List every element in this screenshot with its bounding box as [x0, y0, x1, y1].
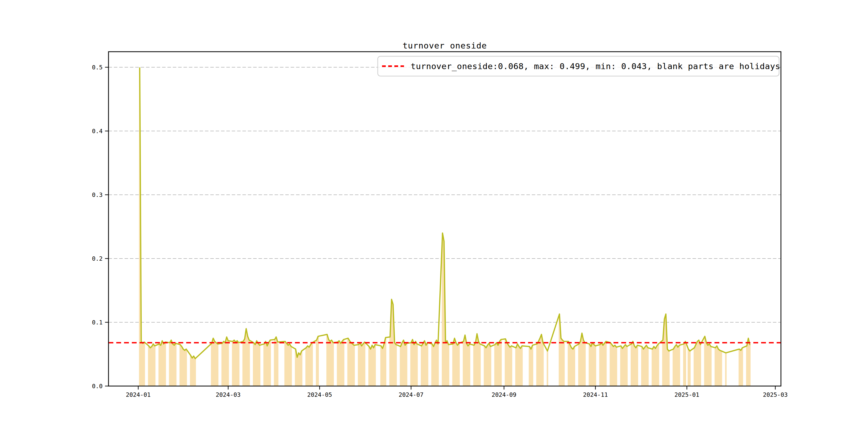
holiday-bar: [264, 340, 271, 386]
holiday-bar: [599, 341, 607, 386]
y-tick-label: 0.1: [92, 319, 103, 326]
y-tick-label: 0.4: [92, 128, 103, 134]
holiday-bar: [337, 339, 344, 386]
holiday-bar: [190, 355, 196, 386]
x-tick-label: 2025-03: [763, 392, 788, 398]
holiday-bar: [589, 343, 596, 386]
legend: turnover_oneside:0.068, max: 0.499, min:…: [378, 56, 780, 76]
holiday-bar: [515, 344, 523, 386]
holiday-bar: [704, 336, 712, 386]
holiday-bar: [305, 343, 313, 386]
matplotlib-figure: 2024-012024-032024-052024-072024-092024-…: [0, 0, 868, 434]
x-tick-label: 2024-09: [492, 392, 517, 398]
holiday-bar: [688, 349, 691, 386]
x-tick-label: 2024-07: [399, 392, 424, 398]
holiday-bar: [243, 329, 250, 386]
holiday-bar: [253, 341, 260, 386]
holiday-bar: [211, 338, 218, 386]
holiday-bar: [683, 341, 686, 386]
holiday-bar: [529, 345, 533, 386]
holiday-bar: [148, 344, 155, 386]
holiday-bar: [620, 344, 628, 386]
holiday-bar: [284, 341, 292, 386]
holiday-bar: [641, 345, 649, 386]
holiday-bar: [652, 344, 659, 386]
y-tick-label: 0.2: [92, 255, 103, 262]
holiday-bar: [431, 340, 439, 386]
holiday-bar: [159, 341, 166, 386]
y-tick-label: 0.5: [92, 64, 103, 71]
holiday-bar: [274, 337, 278, 386]
holiday-bar: [725, 353, 727, 386]
holiday-bar: [169, 340, 177, 386]
holiday-bar: [739, 348, 743, 386]
holiday-bar: [673, 344, 680, 386]
holiday-bar: [368, 344, 376, 386]
holiday-bar: [714, 346, 722, 386]
x-tick-label: 2024-11: [583, 392, 608, 398]
holiday-bar: [410, 339, 418, 386]
holiday-bar: [358, 342, 365, 386]
holiday-bar: [316, 336, 319, 386]
holiday-bar: [484, 343, 491, 386]
turnover-chart: 2024-012024-032024-052024-072024-092024-…: [0, 0, 868, 434]
holiday-bar: [547, 351, 548, 386]
holiday-bar: [232, 340, 240, 386]
holiday-bar: [180, 344, 187, 386]
holiday-bars-layer: [139, 68, 751, 386]
holiday-bar: [421, 341, 428, 386]
x-tick-label: 2025-01: [675, 392, 700, 398]
holiday-bar: [631, 341, 638, 386]
x-tick-label: 2024-05: [307, 392, 332, 398]
holiday-bar: [452, 338, 460, 386]
holiday-bar: [222, 337, 229, 386]
holiday-bar: [473, 334, 481, 386]
holiday-bar: [494, 339, 502, 386]
x-tick-label: 2024-03: [216, 392, 241, 398]
chart-title: turnover oneside: [403, 41, 487, 50]
x-tick-label: 2024-01: [126, 392, 151, 398]
legend-label: turnover_oneside:0.068, max: 0.499, min:…: [411, 61, 780, 71]
turnover-line: [140, 68, 750, 359]
y-tick-label: 0.3: [92, 191, 103, 198]
y-tick-label: 0.0: [92, 383, 103, 390]
holiday-bar: [610, 343, 617, 386]
series-layer: [140, 68, 750, 359]
holiday-bar: [400, 340, 407, 386]
